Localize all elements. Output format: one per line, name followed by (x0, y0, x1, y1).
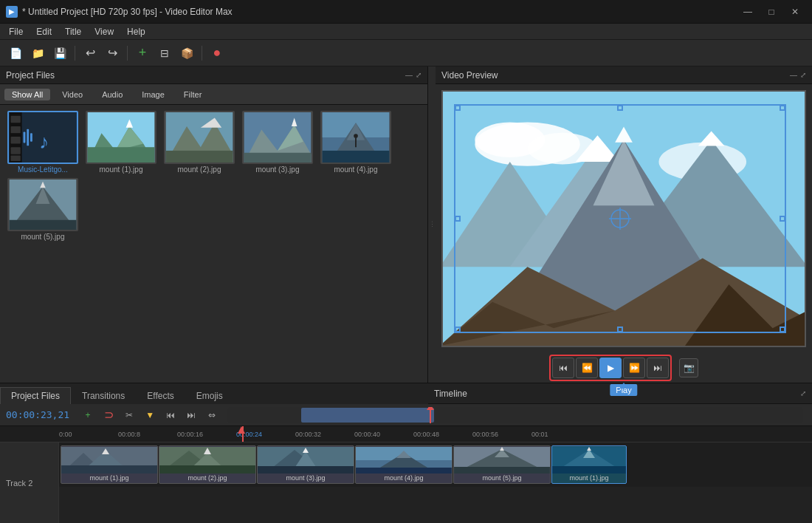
ruler-48: 00:00:48 (413, 431, 439, 438)
timeline-expand-icon[interactable]: ⤢ (800, 389, 806, 397)
play-button[interactable]: ▶ (599, 358, 622, 378)
preview-header-icons: — ⤢ (790, 71, 806, 79)
filter-filter[interactable]: Filter (176, 89, 209, 100)
menu-title[interactable]: Title (59, 25, 87, 38)
media-item-mount4[interactable]: mount (4).jpg (319, 111, 393, 174)
timeline-scroll-thumb[interactable] (301, 408, 434, 423)
media-thumb-mount3 (242, 111, 313, 164)
svg-rect-85 (552, 466, 626, 474)
delete-clip-button[interactable]: ⊃ (100, 407, 117, 423)
media-thumb-mount4 (320, 111, 391, 164)
ruler-16: 00:00:16 (177, 431, 203, 438)
clip-mount2[interactable]: mount (2).jpg (159, 445, 256, 484)
clip-mount1-teal[interactable]: mount (1).jpg (551, 445, 627, 484)
svg-rect-2 (11, 116, 21, 123)
tab-transitions[interactable]: Transitions (71, 387, 136, 404)
svg-rect-24 (244, 153, 312, 163)
filter-image[interactable]: Image (134, 89, 172, 100)
cut-button[interactable]: ✂ (121, 407, 137, 423)
clip-label-3: mount (3).jpg (284, 474, 326, 482)
toolbar-separator-2 (127, 46, 128, 61)
add-track-button[interactable]: + (80, 407, 96, 423)
media-item-mount3[interactable]: mount (3).jpg (241, 111, 314, 174)
timeline-ruler: 0:00 00:00:8 00:00:16 00:00:24 00:00:32 … (0, 426, 812, 442)
filter-show-all[interactable]: Show All (4, 89, 50, 100)
svg-rect-75 (356, 468, 452, 474)
export-button[interactable]: 📦 (177, 44, 196, 63)
svg-rect-70 (258, 466, 354, 474)
clip-mount3[interactable]: mount (3).jpg (257, 445, 354, 484)
media-item-audio[interactable]: ♪ Music-Letitgo... (6, 111, 80, 174)
bottom-area: Project Files Transitions Effects Emojis… (0, 383, 812, 523)
clip-label-4: mount (4).jpg (382, 474, 424, 482)
preview-minimize-icon[interactable]: — (790, 71, 797, 79)
media-name-mount2: mount (2).jpg (178, 165, 221, 174)
skip-forward-button[interactable]: ⏭ (647, 358, 669, 378)
record-button[interactable]: ● (207, 44, 227, 63)
window-controls[interactable]: — □ ✕ (737, 4, 806, 19)
redo-button[interactable]: ↪ (103, 44, 122, 63)
undo-button[interactable]: ↩ (80, 44, 100, 63)
timeline-scroll-area[interactable] (227, 407, 803, 423)
ruler-inner: 0:00 00:00:8 00:00:16 00:00:24 00:00:32 … (59, 426, 806, 442)
fit-timeline-button[interactable]: ⇔ (204, 407, 220, 423)
media-item-mount1[interactable]: mount (1).jpg (84, 111, 158, 174)
skip-back-tl-button[interactable]: ⏮ (162, 407, 179, 423)
rewind-button[interactable]: ⏪ (576, 358, 598, 378)
clip-thumb-4 (356, 447, 452, 474)
screenshot-button[interactable]: 📷 (679, 358, 698, 377)
preview-header: Video Preview — ⤢ (436, 66, 812, 84)
titlebar: ▶ * Untitled Project [HD 720p 30 fps] - … (0, 0, 812, 24)
tab-effects[interactable]: Effects (136, 387, 185, 404)
preview-expand-icon[interactable]: ⤢ (800, 71, 806, 79)
media-thumb-mount2 (164, 111, 235, 164)
marker-button[interactable]: ▼ (142, 407, 158, 423)
svg-rect-8 (24, 131, 26, 143)
clip-label-2: mount (2).jpg (186, 474, 228, 482)
timeline-title: Timeline (434, 389, 467, 399)
menu-view[interactable]: View (89, 25, 120, 38)
filter-audio[interactable]: Audio (94, 89, 130, 100)
minimize-button[interactable]: — (737, 4, 759, 19)
project-header-icons: — ⤢ (405, 71, 422, 79)
filter-video[interactable]: Video (55, 89, 90, 100)
clip-label-6: mount (1).jpg (568, 474, 610, 482)
clip-mount1[interactable]: mount (1).jpg (61, 445, 158, 484)
clip-mount4[interactable]: mount (4).jpg (355, 445, 453, 484)
svg-rect-19 (166, 151, 233, 163)
add-media-button[interactable]: + (133, 44, 152, 63)
scroll-playhead-marker (427, 407, 434, 410)
menu-edit[interactable]: Edit (30, 25, 58, 38)
new-project-button[interactable]: 📄 (6, 44, 25, 63)
main-area: Project Files — ⤢ Show All Video Audio I… (0, 66, 812, 383)
maximize-button[interactable]: □ (760, 4, 782, 19)
tab-project-files[interactable]: Project Files (0, 387, 71, 404)
close-button[interactable]: ✕ (784, 4, 806, 19)
media-item-mount2[interactable]: mount (2).jpg (162, 111, 236, 174)
split-button[interactable]: ⊟ (155, 44, 174, 63)
clip-mount5[interactable]: mount (5).jpg (453, 445, 551, 484)
media-grid: ♪ Music-Letitgo... (0, 105, 427, 383)
tab-emojis[interactable]: Emojis (185, 387, 234, 404)
menu-help[interactable]: Help (121, 25, 151, 38)
media-thumb-mount5 (7, 178, 78, 231)
skip-forward-tl-button[interactable]: ⏭ (183, 407, 199, 423)
window-title: * Untitled Project [HD 720p 30 fps] - Vi… (22, 7, 233, 17)
project-minimize-icon[interactable]: — (405, 71, 413, 79)
menu-file[interactable]: File (3, 25, 29, 38)
open-button[interactable]: 📁 (28, 44, 47, 63)
timecode-display: 00:00:23,21 (6, 409, 69, 420)
skip-back-button[interactable]: ⏮ (552, 358, 574, 378)
ruler-32: 00:00:32 (295, 431, 321, 438)
full-timeline: 00:00:23,21 + ⊃ ✂ ▼ ⏮ ⏭ ⇔ 0:00 00 (0, 404, 812, 523)
bottom-tabs-row: Project Files Transitions Effects Emojis… (0, 383, 812, 404)
media-item-mount5[interactable]: mount (5).jpg (6, 178, 80, 241)
ruler-40: 00:00:40 (354, 431, 380, 438)
save-button[interactable]: 💾 (50, 44, 69, 63)
project-expand-icon[interactable]: ⤢ (416, 71, 422, 79)
ruler-playhead-marker (238, 426, 245, 434)
svg-rect-29 (323, 151, 390, 163)
fast-forward-button[interactable]: ⏩ (623, 358, 645, 378)
svg-rect-65 (159, 465, 255, 474)
panel-tabs: Project Files Transitions Effects Emojis (0, 383, 428, 404)
